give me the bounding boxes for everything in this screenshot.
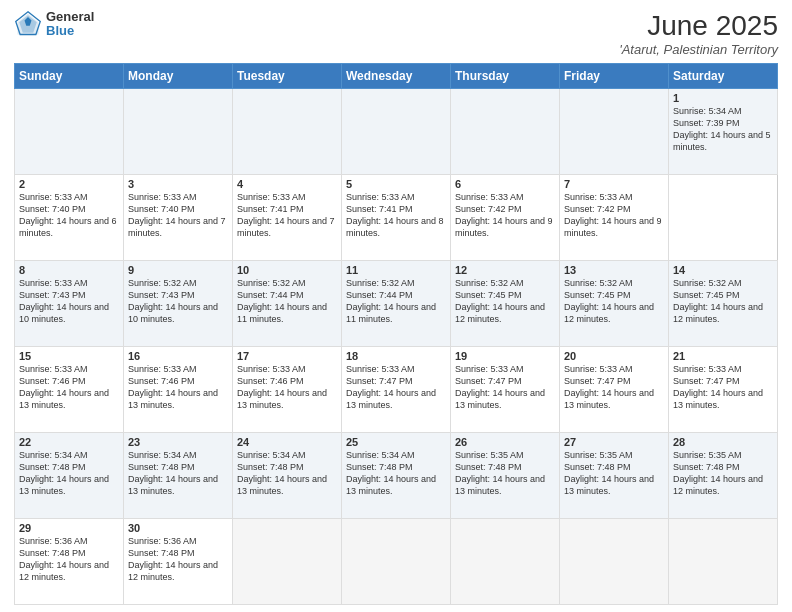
location: 'Atarut, Palestinian Territory xyxy=(619,42,778,57)
day-number: 16 xyxy=(128,350,228,362)
calendar-cell-5-4: 25Sunrise: 5:34 AMSunset: 7:48 PMDayligh… xyxy=(342,433,451,519)
day-number: 4 xyxy=(237,178,337,190)
calendar-cell-1-1 xyxy=(15,89,124,175)
logo-general-text: General xyxy=(46,10,94,24)
cell-content: Sunrise: 5:33 AMSunset: 7:46 PMDaylight:… xyxy=(237,363,337,412)
logo-icon xyxy=(14,10,42,38)
cell-content: Sunrise: 5:33 AMSunset: 7:47 PMDaylight:… xyxy=(564,363,664,412)
cell-content: Sunrise: 5:35 AMSunset: 7:48 PMDaylight:… xyxy=(673,449,773,498)
day-number: 2 xyxy=(19,178,119,190)
cell-content: Sunrise: 5:33 AMSunset: 7:41 PMDaylight:… xyxy=(237,191,337,240)
day-number: 18 xyxy=(346,350,446,362)
day-number: 22 xyxy=(19,436,119,448)
calendar-cell-3-5: 12Sunrise: 5:32 AMSunset: 7:45 PMDayligh… xyxy=(451,261,560,347)
calendar-cell-3-3: 10Sunrise: 5:32 AMSunset: 7:44 PMDayligh… xyxy=(233,261,342,347)
cell-content: Sunrise: 5:33 AMSunset: 7:46 PMDaylight:… xyxy=(128,363,228,412)
calendar-cell-6-2: 30Sunrise: 5:36 AMSunset: 7:48 PMDayligh… xyxy=(124,519,233,605)
calendar-cell-4-2: 16Sunrise: 5:33 AMSunset: 7:46 PMDayligh… xyxy=(124,347,233,433)
calendar-cell-2-3: 4Sunrise: 5:33 AMSunset: 7:41 PMDaylight… xyxy=(233,175,342,261)
calendar-week-2: 2Sunrise: 5:33 AMSunset: 7:40 PMDaylight… xyxy=(15,175,778,261)
calendar-table: SundayMondayTuesdayWednesdayThursdayFrid… xyxy=(14,63,778,605)
calendar-week-4: 15Sunrise: 5:33 AMSunset: 7:46 PMDayligh… xyxy=(15,347,778,433)
calendar-cell-6-1: 29Sunrise: 5:36 AMSunset: 7:48 PMDayligh… xyxy=(15,519,124,605)
day-number: 6 xyxy=(455,178,555,190)
day-number: 29 xyxy=(19,522,119,534)
calendar-cell-5-6: 27Sunrise: 5:35 AMSunset: 7:48 PMDayligh… xyxy=(560,433,669,519)
cell-content: Sunrise: 5:33 AMSunset: 7:40 PMDaylight:… xyxy=(19,191,119,240)
cell-content: Sunrise: 5:32 AMSunset: 7:44 PMDaylight:… xyxy=(237,277,337,326)
col-header-friday: Friday xyxy=(560,64,669,89)
cell-content: Sunrise: 5:36 AMSunset: 7:48 PMDaylight:… xyxy=(19,535,119,584)
calendar-cell-4-4: 18Sunrise: 5:33 AMSunset: 7:47 PMDayligh… xyxy=(342,347,451,433)
day-number: 23 xyxy=(128,436,228,448)
cell-content: Sunrise: 5:33 AMSunset: 7:43 PMDaylight:… xyxy=(19,277,119,326)
day-number: 25 xyxy=(346,436,446,448)
day-number: 21 xyxy=(673,350,773,362)
day-number: 12 xyxy=(455,264,555,276)
month-title: June 2025 xyxy=(619,10,778,42)
calendar-cell-4-7: 21Sunrise: 5:33 AMSunset: 7:47 PMDayligh… xyxy=(669,347,778,433)
title-area: June 2025 'Atarut, Palestinian Territory xyxy=(619,10,778,57)
day-number: 19 xyxy=(455,350,555,362)
cell-content: Sunrise: 5:34 AMSunset: 7:48 PMDaylight:… xyxy=(346,449,446,498)
logo: General Blue xyxy=(14,10,94,39)
calendar-cell-1-3 xyxy=(233,89,342,175)
cell-content: Sunrise: 5:34 AMSunset: 7:48 PMDaylight:… xyxy=(237,449,337,498)
day-number: 10 xyxy=(237,264,337,276)
calendar-cell-4-5: 19Sunrise: 5:33 AMSunset: 7:47 PMDayligh… xyxy=(451,347,560,433)
calendar-week-5: 22Sunrise: 5:34 AMSunset: 7:48 PMDayligh… xyxy=(15,433,778,519)
col-header-thursday: Thursday xyxy=(451,64,560,89)
day-number: 20 xyxy=(564,350,664,362)
header: General Blue June 2025 'Atarut, Palestin… xyxy=(14,10,778,57)
logo-blue-text: Blue xyxy=(46,24,94,38)
day-number: 8 xyxy=(19,264,119,276)
calendar-cell-4-3: 17Sunrise: 5:33 AMSunset: 7:46 PMDayligh… xyxy=(233,347,342,433)
col-header-monday: Monday xyxy=(124,64,233,89)
day-number: 9 xyxy=(128,264,228,276)
day-number: 26 xyxy=(455,436,555,448)
cell-content: Sunrise: 5:32 AMSunset: 7:45 PMDaylight:… xyxy=(455,277,555,326)
col-header-wednesday: Wednesday xyxy=(342,64,451,89)
day-number: 7 xyxy=(564,178,664,190)
calendar-cell-6-4 xyxy=(342,519,451,605)
cell-content: Sunrise: 5:34 AMSunset: 7:48 PMDaylight:… xyxy=(19,449,119,498)
cell-content: Sunrise: 5:33 AMSunset: 7:47 PMDaylight:… xyxy=(346,363,446,412)
day-number: 1 xyxy=(673,92,773,104)
calendar-cell-2-6: 7Sunrise: 5:33 AMSunset: 7:42 PMDaylight… xyxy=(560,175,669,261)
day-number: 5 xyxy=(346,178,446,190)
calendar-cell-6-5 xyxy=(451,519,560,605)
calendar-cell-5-7: 28Sunrise: 5:35 AMSunset: 7:48 PMDayligh… xyxy=(669,433,778,519)
calendar-cell-2-4: 5Sunrise: 5:33 AMSunset: 7:41 PMDaylight… xyxy=(342,175,451,261)
calendar-cell-1-4 xyxy=(342,89,451,175)
calendar-cell-5-1: 22Sunrise: 5:34 AMSunset: 7:48 PMDayligh… xyxy=(15,433,124,519)
calendar-cell-2-2: 3Sunrise: 5:33 AMSunset: 7:40 PMDaylight… xyxy=(124,175,233,261)
cell-content: Sunrise: 5:33 AMSunset: 7:42 PMDaylight:… xyxy=(455,191,555,240)
calendar-cell-5-2: 23Sunrise: 5:34 AMSunset: 7:48 PMDayligh… xyxy=(124,433,233,519)
calendar-cell-2-5: 6Sunrise: 5:33 AMSunset: 7:42 PMDaylight… xyxy=(451,175,560,261)
cell-content: Sunrise: 5:33 AMSunset: 7:46 PMDaylight:… xyxy=(19,363,119,412)
cell-content: Sunrise: 5:35 AMSunset: 7:48 PMDaylight:… xyxy=(455,449,555,498)
calendar-cell-5-5: 26Sunrise: 5:35 AMSunset: 7:48 PMDayligh… xyxy=(451,433,560,519)
calendar-cell-3-6: 13Sunrise: 5:32 AMSunset: 7:45 PMDayligh… xyxy=(560,261,669,347)
cell-content: Sunrise: 5:33 AMSunset: 7:47 PMDaylight:… xyxy=(673,363,773,412)
calendar-cell-1-6 xyxy=(560,89,669,175)
calendar-week-3: 8Sunrise: 5:33 AMSunset: 7:43 PMDaylight… xyxy=(15,261,778,347)
calendar-week-1: 1Sunrise: 5:34 AMSunset: 7:39 PMDaylight… xyxy=(15,89,778,175)
calendar-cell-1-7: 1Sunrise: 5:34 AMSunset: 7:39 PMDaylight… xyxy=(669,89,778,175)
logo-text: General Blue xyxy=(46,10,94,39)
cell-content: Sunrise: 5:34 AMSunset: 7:48 PMDaylight:… xyxy=(128,449,228,498)
cell-content: Sunrise: 5:34 AMSunset: 7:39 PMDaylight:… xyxy=(673,105,773,154)
cell-content: Sunrise: 5:33 AMSunset: 7:41 PMDaylight:… xyxy=(346,191,446,240)
day-number: 14 xyxy=(673,264,773,276)
cell-content: Sunrise: 5:33 AMSunset: 7:40 PMDaylight:… xyxy=(128,191,228,240)
day-number: 13 xyxy=(564,264,664,276)
calendar-cell-4-1: 15Sunrise: 5:33 AMSunset: 7:46 PMDayligh… xyxy=(15,347,124,433)
day-number: 15 xyxy=(19,350,119,362)
calendar-cell-3-1: 8Sunrise: 5:33 AMSunset: 7:43 PMDaylight… xyxy=(15,261,124,347)
day-number: 3 xyxy=(128,178,228,190)
day-number: 30 xyxy=(128,522,228,534)
day-number: 28 xyxy=(673,436,773,448)
col-header-saturday: Saturday xyxy=(669,64,778,89)
calendar-cell-6-7 xyxy=(669,519,778,605)
col-header-tuesday: Tuesday xyxy=(233,64,342,89)
